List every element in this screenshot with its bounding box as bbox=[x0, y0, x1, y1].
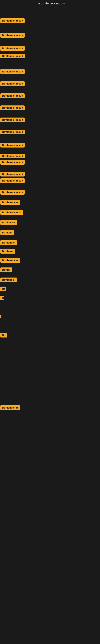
bottleneck-badge: Bottleneck re bbox=[0, 200, 20, 205]
bottleneck-badge: Bottleneck result bbox=[0, 154, 25, 158]
bottleneck-badge: Bottleneck result bbox=[0, 190, 25, 194]
bottleneck-badge: Bottleneck resul bbox=[0, 210, 23, 215]
bottleneck-badge: Bottleneck re bbox=[0, 405, 20, 410]
bottleneck-badge: Bottler bbox=[0, 268, 12, 272]
bottleneck-badge: Bottleneck result bbox=[0, 33, 25, 38]
bottleneck-badge: Bottleneck result bbox=[0, 46, 25, 51]
bottleneck-badge: Bottleneck result bbox=[0, 81, 25, 86]
site-title: TheBottlenecker.com bbox=[0, 0, 100, 7]
bottleneck-badge: Bottleneck result bbox=[0, 172, 25, 176]
bottleneck-badge: Bottleneck result bbox=[0, 130, 25, 134]
bottleneck-badge: Bottleneck bbox=[0, 220, 17, 225]
bottleneck-badge: Bottleneck result bbox=[0, 160, 25, 164]
bottleneck-badge: Bottleneck result bbox=[0, 69, 25, 74]
bottleneck-badge bbox=[0, 315, 1, 318]
bottleneck-badge: Bo bbox=[0, 286, 6, 291]
bottleneck-badge: Bottlene bbox=[0, 230, 14, 235]
bottleneck-badge: Bottleneck result bbox=[0, 118, 25, 122]
bottleneck-badge: Bottleneck result bbox=[0, 94, 25, 98]
bottleneck-badge: Bottleneck result bbox=[0, 143, 25, 148]
bottleneck-badge: Bottleneck bbox=[0, 278, 17, 282]
bottleneck-badge: B bbox=[0, 296, 3, 300]
bottleneck-badge: Bottleneck result bbox=[0, 18, 25, 23]
bottleneck-badge: Bottlenec bbox=[0, 249, 15, 254]
bottleneck-badge: Bottleneck re bbox=[0, 258, 20, 263]
bottleneck-badge: Bottleneck result bbox=[0, 106, 25, 110]
bottleneck-badge: Bottleneck bbox=[0, 240, 17, 245]
bottleneck-badge: Bottleneck result bbox=[0, 54, 25, 58]
bottleneck-badge: Bottleneck result bbox=[0, 178, 25, 183]
bottleneck-badge: Bot bbox=[0, 333, 7, 338]
